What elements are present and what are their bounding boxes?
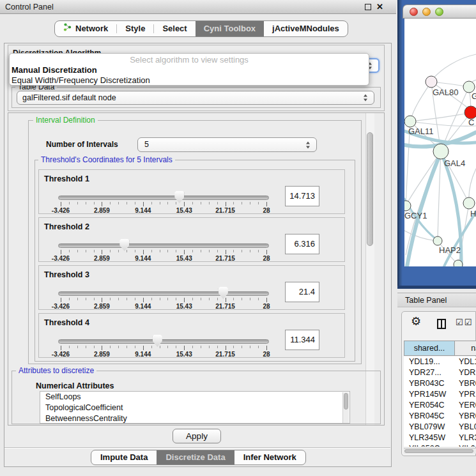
slider-tick [102,346,102,350]
node-label: HAP2 [439,245,461,255]
table-row[interactable]: YBR045CYBR0 [404,411,476,422]
column-header-name[interactable]: name [454,341,476,356]
numerical-attributes-list[interactable]: SelfLoopsTopologicalCoefficientBetweenne… [40,391,350,424]
gear-icon[interactable]: ⚙ [411,316,421,327]
table-row[interactable]: YBR043CYBR0 [404,378,476,389]
cell-name: YBL0 [455,422,476,433]
tab-style[interactable]: Style [117,21,153,36]
network-edge[interactable] [410,113,470,121]
network-node-GAL11[interactable] [404,116,416,127]
mac-zoom-button[interactable] [435,8,443,16]
slider-tick [258,250,259,252]
network-canvas[interactable]: GAL80GACGAL11GAL4GCY1HHAP2 [404,19,476,266]
table-row[interactable]: YDR27...YDR2 [404,367,476,378]
network-edge[interactable] [411,82,431,119]
cell-name: YLR3 [455,433,476,443]
network-edge[interactable] [469,169,476,202]
mac-close-button[interactable] [410,8,418,16]
float-panel-icon[interactable] [365,4,371,10]
table-row[interactable]: YBL079WYBL0 [404,422,476,433]
control-panel-titlebar: Control Panel ✕ [0,0,396,14]
cell-name: YDR2 [455,367,476,378]
slider-tick [69,250,70,252]
attribute-item[interactable]: SelfLoops [40,392,349,403]
table-row[interactable]: YPR145WYPR1 [404,389,476,400]
slider-tick [266,298,267,302]
slider-tick-label: 21.715 [215,351,235,358]
attributes-scrollbar-track[interactable] [342,392,349,423]
table-row[interactable]: YER054CYER0 [404,400,476,411]
tab-infer-network[interactable]: Infer Network [234,450,305,464]
slider-tick [266,346,267,350]
network-node-GAL80[interactable] [426,76,437,88]
apply-button[interactable]: Apply [173,429,221,443]
table-panel-title: Table Panel [405,296,447,305]
slider-tick [258,298,259,300]
slider-tick-label: 28 [263,351,270,358]
tab-select[interactable]: Select [154,21,195,36]
slider-thumb[interactable] [219,287,228,299]
slider-tick [242,250,242,252]
threshold-value-field[interactable]: 11.344 [285,330,319,350]
table-row[interactable]: YIL052CYIL0 [404,443,476,447]
table-window: ⚙ ☑☑ shared... name YDL19...YDL1YDR27...… [401,311,476,456]
node-label: GAL11 [408,127,434,136]
network-node-GAL4[interactable] [433,144,449,159]
slider-tick [127,298,127,300]
slider-tick [118,298,119,300]
network-edge[interactable] [410,121,476,127]
threshold-value-field[interactable]: 21.4 [285,282,319,302]
table-row[interactable]: YLR345WYLR3 [404,433,476,443]
number-of-intervals-combobox[interactable]: 5 [137,137,317,152]
attributes-scrollbar-thumb[interactable] [344,393,348,410]
slider-thumb[interactable] [119,239,129,251]
threshold-value-field[interactable]: 6.316 [285,234,319,254]
attribute-item[interactable]: BetweennessCentrality [40,413,349,424]
slider-tick [160,250,160,252]
slider-tick [184,202,185,206]
table-row[interactable]: YDL19...YDL1 [404,357,476,367]
column-split-icon[interactable] [437,319,446,329]
dropdown-option-equal-width-frequency[interactable]: Equal Width/Frequency Discretization [10,75,369,86]
close-icon[interactable]: ✕ [376,2,383,12]
tab-jactivemnodules[interactable]: jActiveMNodules [264,21,348,36]
column-header-shared-name[interactable]: shared... [404,341,455,356]
table-body[interactable]: YDL19...YDL1YDR27...YDR2YBR043CYBR0YPR14… [404,357,476,447]
threshold-row: Threshold 1 -3.4262.8599.14415.4321.7152… [38,169,345,214]
slider-thumb[interactable] [153,335,162,347]
table-hscrollbar-track[interactable] [404,448,476,454]
threshold-value-field[interactable]: 14.713 [285,186,319,206]
tab-cyni-toolbox[interactable]: Cyni Toolbox [196,21,264,36]
slider-tick [226,202,226,206]
slider-track[interactable] [58,291,269,296]
slider-tick [135,202,135,204]
slider-tick [94,202,95,204]
table-data-combobox[interactable]: galFiltered.sif default node [17,91,374,105]
slider-track[interactable] [58,196,269,200]
slider-tick [77,250,78,252]
network-node-HAP2[interactable] [433,236,442,245]
network-node-H[interactable] [463,197,475,209]
network-edge-thick[interactable] [407,153,441,266]
mac-minimize-button[interactable] [422,8,431,16]
network-edge[interactable] [433,54,476,79]
slider-tick [77,298,78,300]
network-node-node-partial[interactable] [454,260,463,266]
cell-name: YBR0 [455,411,476,422]
tab-discretize-data[interactable]: Discretize Data [157,450,234,464]
attribute-item[interactable]: TopologicalCoefficient [40,403,349,413]
dropdown-option-manual-discretization[interactable]: Manual Discretization [10,65,369,75]
slider-tick [151,298,152,300]
network-edge[interactable] [438,151,441,240]
settings-scrollbar-thumb[interactable] [367,132,373,246]
table-hscrollbar-thumb[interactable] [404,449,473,453]
slider-tick [209,346,210,348]
slider-track[interactable] [58,243,269,248]
checkbox-checked-icon[interactable]: ☑☑ [456,318,473,327]
tab-network[interactable]: Network [55,21,116,36]
tab-impute-data[interactable]: Impute Data [91,450,157,464]
slider-track[interactable] [58,339,269,344]
network-node-C[interactable] [464,106,476,119]
slider-tick [86,298,86,300]
slider-tick [209,250,210,252]
